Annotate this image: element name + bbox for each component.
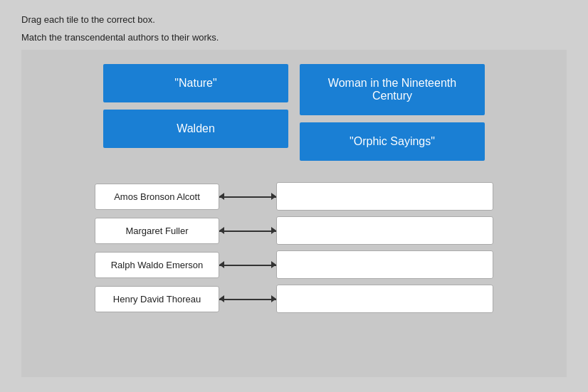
drop-box-emerson[interactable] [276,250,493,279]
tile-walden[interactable]: Walden [103,110,288,148]
tiles-section: "Nature" Walden Woman in the Nineteenth … [28,64,560,161]
arrow-left-icon [219,261,224,268]
arrow-line [219,265,276,266]
instruction-line1: Drag each tile to the correct box. [21,14,567,25]
arrow-right-icon [271,193,276,200]
arrow-connector [219,258,276,272]
tiles-column-left: "Nature" Walden [103,64,288,161]
arrow-right-icon [271,261,276,268]
author-fuller: Margaret Fuller [95,218,219,244]
table-row: Margaret Fuller [95,216,493,245]
arrow-left-icon [219,295,224,302]
main-area: "Nature" Walden Woman in the Nineteenth … [21,50,567,377]
tiles-column-right: Woman in the Nineteenth Century "Orphic … [300,64,485,161]
arrow-connector [219,189,276,203]
instructions-block: Drag each tile to the correct box. Match… [21,14,567,43]
matching-section: Amos Bronson Alcott Margaret Fuller Ralp… [28,182,560,313]
arrow-connector [219,292,276,306]
tile-orphic[interactable]: "Orphic Sayings" [300,122,485,161]
instruction-line2: Match the transcendental authors to thei… [21,32,567,43]
tile-nature[interactable]: "Nature" [103,64,288,102]
author-alcott: Amos Bronson Alcott [95,184,219,210]
arrow-left-icon [219,227,224,234]
drop-box-thoreau[interactable] [276,285,493,313]
arrow-line [219,299,276,300]
arrow-right-icon [271,295,276,302]
drop-box-fuller[interactable] [276,216,493,245]
table-row: Amos Bronson Alcott [95,182,493,211]
arrow-left-icon [219,193,224,200]
author-emerson: Ralph Waldo Emerson [95,252,219,278]
tile-woman[interactable]: Woman in the Nineteenth Century [300,64,485,115]
author-thoreau: Henry David Thoreau [95,286,219,312]
arrow-line [219,231,276,232]
arrow-right-icon [271,227,276,234]
drop-box-alcott[interactable] [276,182,493,211]
table-row: Ralph Waldo Emerson [95,250,493,279]
arrow-connector [219,223,276,238]
arrow-line [219,196,276,198]
table-row: Henry David Thoreau [95,285,493,313]
